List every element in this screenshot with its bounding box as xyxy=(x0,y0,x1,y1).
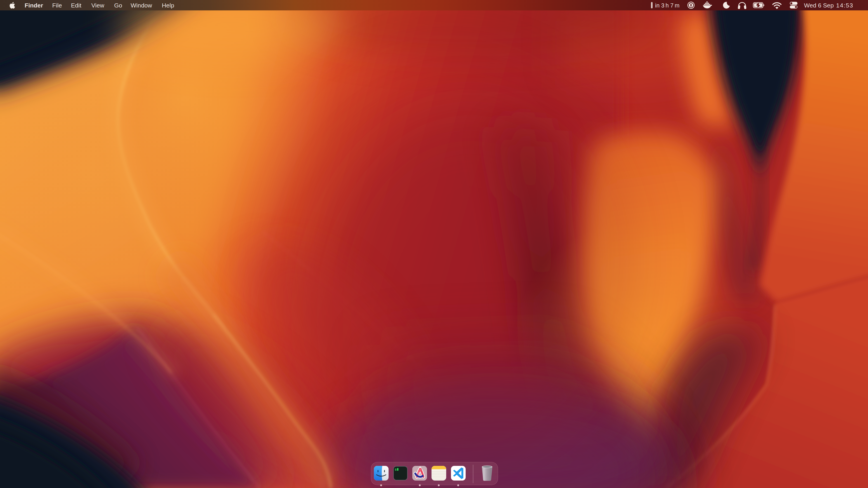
svg-text:$: $ xyxy=(395,468,397,471)
